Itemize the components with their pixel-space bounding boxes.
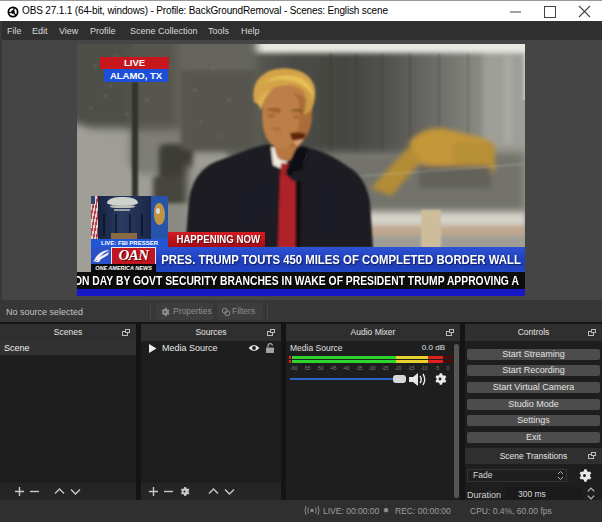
svg-text:-45: -45 xyxy=(329,365,336,371)
svg-text:-20: -20 xyxy=(394,365,401,371)
svg-text:-35: -35 xyxy=(355,365,362,371)
svg-text:-55: -55 xyxy=(303,365,310,371)
svg-text:-30: -30 xyxy=(368,365,375,371)
svg-text:-5: -5 xyxy=(435,365,440,371)
svg-text:-10: -10 xyxy=(420,365,427,371)
svg-text:0: 0 xyxy=(447,365,450,371)
svg-text:-40: -40 xyxy=(342,365,349,371)
svg-text:-15: -15 xyxy=(407,365,414,371)
svg-text:-60: -60 xyxy=(290,365,297,371)
svg-text:-50: -50 xyxy=(316,365,323,371)
svg-text:-25: -25 xyxy=(381,365,388,371)
